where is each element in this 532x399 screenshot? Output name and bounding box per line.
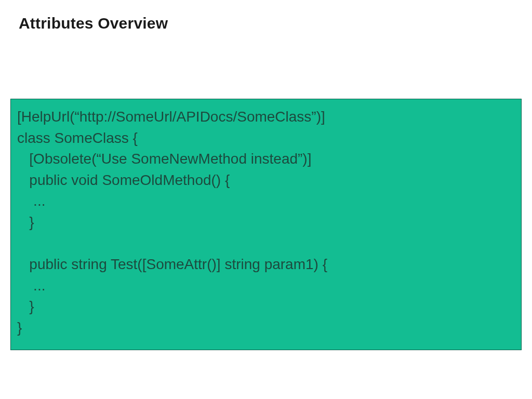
code-line: [Obsolete(“Use SomeNewMethod instead”)] [17, 151, 311, 167]
code-line: public void SomeOldMethod() { [17, 172, 230, 188]
code-block: [HelpUrl(“http://SomeUrl/APIDocs/SomeCla… [10, 99, 522, 350]
code-line: ... [17, 193, 45, 209]
slide: Attributes Overview [HelpUrl(“http://Som… [0, 0, 532, 399]
code-line: [HelpUrl(“http://SomeUrl/APIDocs/SomeCla… [17, 109, 325, 125]
code-line: } [17, 298, 34, 314]
code-line: } [17, 214, 34, 230]
code-line: public string Test([SomeAttr()] string p… [17, 256, 327, 272]
slide-title: Attributes Overview [19, 15, 168, 32]
code-line: } [17, 320, 22, 336]
code-line: ... [17, 277, 45, 294]
code-line: class SomeClass { [17, 130, 138, 146]
